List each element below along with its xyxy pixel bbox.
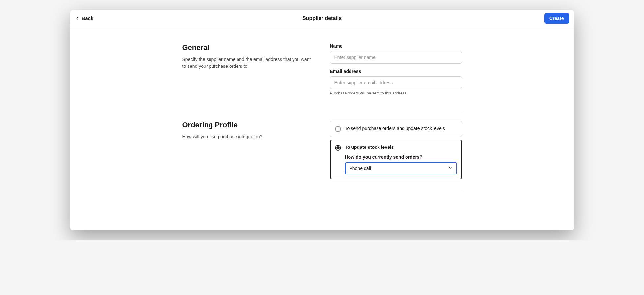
send-method-field: How do you currently send orders? Phone …	[345, 154, 457, 174]
back-button[interactable]: Back	[75, 15, 94, 21]
name-label: Name	[330, 43, 462, 49]
radio-body: To send purchase orders and update stock…	[345, 126, 457, 131]
send-method-select-wrap: Phone call	[345, 162, 457, 174]
back-label: Back	[82, 15, 94, 21]
radio-icon	[335, 126, 341, 132]
send-method-label: How do you currently send orders?	[345, 154, 457, 160]
radio-option-update-stock[interactable]: To update stock levels How do you curren…	[330, 140, 462, 179]
email-input[interactable]	[330, 76, 462, 89]
general-fields: Name Email address Purchase orders will …	[330, 43, 462, 101]
general-section: General Specify the supplier name and th…	[182, 43, 462, 111]
radio-label-send: To send purchase orders and update stock…	[345, 126, 457, 131]
general-section-header: General Specify the supplier name and th…	[182, 43, 314, 101]
name-field: Name	[330, 43, 462, 64]
general-description: Specify the supplier name and the email …	[182, 56, 314, 70]
ordering-description: How will you use purchase integration?	[182, 133, 314, 140]
radio-option-send-orders[interactable]: To send purchase orders and update stock…	[330, 121, 462, 137]
create-button[interactable]: Create	[544, 13, 569, 24]
ordering-section-header: Ordering Profile How will you use purcha…	[182, 121, 314, 182]
email-field: Email address Purchase orders will be se…	[330, 69, 462, 95]
radio-body: To update stock levels How do you curren…	[345, 145, 457, 174]
send-method-select[interactable]: Phone call	[345, 162, 457, 174]
name-input[interactable]	[330, 51, 462, 64]
send-method-value: Phone call	[350, 166, 371, 171]
email-hint: Purchase orders will be sent to this add…	[330, 91, 462, 95]
email-label: Email address	[330, 69, 462, 74]
ordering-profile-section: Ordering Profile How will you use purcha…	[182, 121, 462, 192]
supplier-details-window: Back Supplier details Create General Spe…	[70, 10, 574, 230]
content-area: General Specify the supplier name and th…	[70, 27, 574, 230]
chevron-left-icon	[75, 16, 80, 21]
ordering-title: Ordering Profile	[182, 121, 314, 129]
page-title: Supplier details	[302, 15, 342, 21]
radio-label-update: To update stock levels	[345, 145, 457, 150]
general-title: General	[182, 43, 314, 52]
radio-icon	[335, 145, 341, 151]
header-bar: Back Supplier details Create	[70, 10, 574, 27]
ordering-options: To send purchase orders and update stock…	[330, 121, 462, 182]
